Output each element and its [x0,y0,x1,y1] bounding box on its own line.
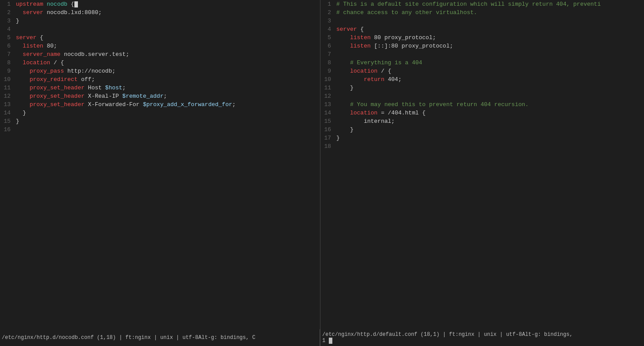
line-number: 15 [320,117,335,125]
token: } [336,85,353,91]
right-cmdline: /etc/nginx/http.d/default.conf (18,1) | … [320,329,644,346]
line-content: proxy_redirect off; [14,75,320,84]
token: # This is a default site configuration w… [336,1,601,7]
token: = /404.html { [378,110,426,116]
token: server [16,9,43,16]
line-number: 10 [320,75,335,84]
line-content: # You may need this to prevent return 40… [335,100,644,109]
right-cmdline-cursor: 1 [322,338,642,344]
line-number: 2 [0,8,14,17]
line-number: 11 [320,84,335,92]
token: proxy_redirect [16,76,77,83]
token: { [67,1,74,7]
line-number: 13 [320,100,335,109]
line-number: 8 [320,59,335,67]
left-pane[interactable]: 1upstream nocodb {2 server nocodb.lxd:80… [0,0,320,346]
code-line: 10 return 404; [320,75,644,84]
line-content: server nocodb.lxd:8080; [14,8,320,17]
code-line: 5server { [0,33,320,42]
line-number: 11 [0,84,14,92]
code-line: 4server { [320,25,644,33]
line-number: 13 [0,100,14,109]
line-content: listen 80 proxy_protocol; [335,33,644,42]
line-content: server_name nocodb.server.test; [14,50,320,59]
code-line: 16 [0,125,320,134]
code-line: 5 listen 80 proxy_protocol; [320,33,644,42]
code-line: 6 listen 80; [0,42,320,50]
line-content: } [335,84,644,92]
token: Host [85,85,105,91]
token: nocodb.lxd:8080; [43,9,102,16]
token: 80; [43,43,57,49]
line-content: return 404; [335,75,644,84]
line-number: 6 [0,42,14,50]
code-line: 1upstream nocodb { [0,0,320,8]
line-number: 5 [320,33,335,42]
token: off; [77,76,95,83]
line-number: 1 [320,0,335,8]
code-line: 14 } [0,109,320,117]
line-number: 2 [320,8,335,17]
token: } [16,118,19,125]
token: return [336,76,384,83]
line-content: proxy_set_header Host $host; [14,84,320,92]
token: } [16,18,19,24]
line-number: 3 [0,17,14,25]
left-file-status: /etc/nginx/http.d/nocodb.conf (1,18) | f… [2,335,318,341]
token: / { [50,59,64,66]
token: ; [232,101,236,108]
left-cmdline: /etc/nginx/http.d/nocodb.conf (1,18) | f… [0,329,320,346]
line-number: 18 [320,142,335,151]
line-content: location / { [335,67,644,75]
line-number: 12 [320,92,335,100]
line-number: 14 [0,109,14,117]
line-number: 15 [0,117,14,125]
token: $proxy_add_x_forwarded_for [143,101,232,108]
code-line: 12 proxy_set_header X-Real-IP $remote_ad… [0,92,320,100]
right-pane[interactable]: 1# This is a default site configuration … [320,0,644,346]
token: internal; [336,118,395,125]
token: # chance access to any other virtualhost… [336,9,477,16]
code-line: 4 [0,25,320,33]
token: proxy_set_header [16,85,85,91]
line-content: # Everything is a 404 [335,59,644,67]
line-content: internal; [335,117,644,125]
token: X-Real-IP [85,93,122,99]
code-line: 16 } [320,125,644,134]
line-content: listen 80; [14,42,320,50]
code-line: 3 [320,17,644,25]
editor-panes: 1upstream nocodb {2 server nocodb.lxd:80… [0,0,644,346]
code-line: 1# This is a default site configuration … [320,0,644,8]
token: [::]:80 proxy_protocol; [371,43,453,49]
code-line: 11 } [320,84,644,92]
line-number: 16 [0,125,14,134]
token: ; [163,93,167,99]
line-content: upstream nocodb { [14,0,320,8]
code-line: 13 proxy_set_header X-Forwarded-For $pro… [0,100,320,109]
code-line: 12 [320,92,644,100]
left-code-area[interactable]: 1upstream nocodb {2 server nocodb.lxd:80… [0,0,320,329]
code-line: 14 location = /404.html { [320,109,644,117]
token: location [336,68,378,74]
code-line: 17} [320,134,644,142]
token: } [16,110,26,116]
line-number: 14 [320,109,335,117]
token: X-Forwarded-For [85,101,143,108]
line-number: 5 [0,33,14,42]
token: nocodb [47,1,67,7]
editor-container: 1upstream nocodb {2 server nocodb.lxd:80… [0,0,644,346]
token: 80 proxy_protocol; [371,34,436,41]
line-number: 10 [0,75,14,84]
code-line: 2# chance access to any other virtualhos… [320,8,644,17]
line-number: 4 [0,25,14,33]
line-content: listen [::]:80 proxy_protocol; [335,42,644,50]
token: nocodb.server.test; [60,51,129,58]
line-number: 9 [0,67,14,75]
token: proxy_set_header [16,93,85,99]
token: http://nocodb; [64,68,115,74]
token: $host [105,85,122,91]
token: server [336,26,357,33]
line-content: } [14,117,320,125]
token: upstream [16,1,43,7]
right-code-area[interactable]: 1# This is a default site configuration … [320,0,644,329]
